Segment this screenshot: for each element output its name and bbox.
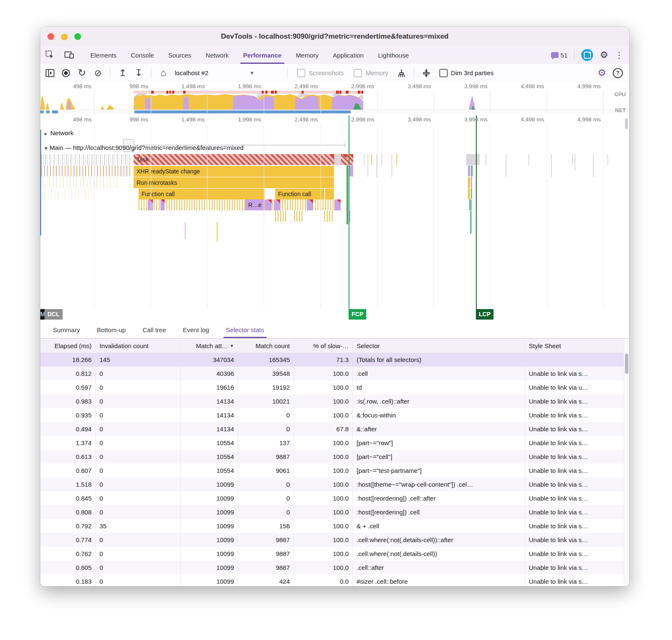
recalc-style-bar[interactable] (349, 165, 353, 176)
collapse-icon[interactable]: ▼ (44, 146, 50, 151)
console-messages-button[interactable]: 51 (551, 52, 568, 59)
dcl-marker-badge[interactable]: DCL (45, 309, 63, 320)
table-cell: 71.3 (294, 353, 353, 367)
screenshots-checkbox[interactable]: Screenshots (297, 69, 344, 77)
record-button[interactable] (60, 67, 72, 79)
table-row[interactable]: 0.9350141340100.0&:focus-withinUnable to… (40, 408, 629, 422)
table-cell: 67.8 (294, 422, 353, 436)
layout-bar[interactable] (334, 199, 341, 210)
dim-3rd-parties-checkbox[interactable]: Dim 3rd parties (439, 69, 494, 77)
table-row[interactable]: 0.6130105549887100.0[part~="cell"]Unable… (40, 450, 629, 464)
layout-bar[interactable] (307, 199, 313, 210)
function-call-bar[interactable]: Function call (139, 188, 265, 199)
inspect-element-icon[interactable] (45, 50, 55, 60)
table-row[interactable]: 0.98301413410021100.0:is(.row, .cell)::a… (40, 394, 629, 408)
gc-broom-icon[interactable] (395, 67, 408, 79)
collapse-tracks-icon[interactable] (420, 67, 433, 79)
panel-tab-event-log[interactable]: Event log (180, 321, 212, 338)
grid-line (207, 125, 207, 309)
table-scrollbar-thumb[interactable] (625, 354, 628, 374)
table-row[interactable]: 18.26614534703416534571.3(Totals for all… (40, 353, 629, 367)
tab-performance[interactable]: Performance (236, 46, 289, 64)
help-icon[interactable]: ? (612, 67, 624, 79)
col-match-count[interactable]: Match count (238, 338, 294, 353)
settings-gear-icon[interactable]: ⚙ (600, 50, 608, 60)
memory-checkbox[interactable]: Memory (354, 69, 388, 77)
device-toolbar-icon[interactable] (64, 50, 75, 60)
panel-tab-bottom-up[interactable]: Bottom-up (94, 321, 128, 338)
ruler-label: 3,498 ms (375, 116, 431, 123)
microtasks-bar[interactable]: Run microtasks (134, 177, 334, 188)
table-row[interactable]: 0.6050100999887100.0.cell::afterUnable t… (40, 561, 629, 574)
tab-memory[interactable]: Memory (289, 46, 326, 64)
tab-elements[interactable]: Elements (83, 46, 124, 64)
col-percent-slow[interactable]: % of slow-… (294, 338, 353, 353)
xhr-bar[interactable]: XHR readyState change (134, 165, 334, 177)
table-row[interactable]: 0.8080100990100.0:host([reordering]) .ce… (40, 505, 629, 519)
table-row[interactable]: 0.7740100999887100.0.cell:where(:not(.de… (40, 533, 629, 547)
activity-tick (528, 154, 529, 165)
table-row[interactable]: 0.6070105549061100.0[part~="test-partnam… (40, 464, 629, 477)
main-track-header[interactable]: ▼Main — http://localhost:9090/grid?metri… (40, 144, 629, 153)
table-row[interactable]: 1.374010554137100.0[part~="row"]Unable t… (40, 436, 629, 450)
clear-recording-button[interactable]: ⊘ (92, 67, 104, 79)
table-row[interactable]: 0.7620100999887100.0.cell:where(:not(.de… (40, 547, 629, 561)
tab-lighthouse[interactable]: Lighthouse (371, 46, 416, 64)
table-row[interactable]: 0.59701961619192100.0tdUnable to link vi… (40, 380, 629, 394)
panel-tab-call-tree[interactable]: Call tree (140, 321, 168, 338)
expand-icon[interactable]: ▸ (45, 131, 50, 136)
network-track[interactable]: ▸Network (40, 126, 629, 139)
table-row[interactable]: 0.81204039639548100.0.cellUnable to link… (40, 367, 629, 380)
target-selector[interactable]: localhost #2 ▼ (175, 69, 280, 76)
ai-assistance-button[interactable]: ✦ (581, 49, 593, 61)
home-icon[interactable]: ⌂ (157, 67, 170, 79)
table-header[interactable]: Elapsed (ms) Invalidation count Match at… (40, 338, 629, 353)
table-row[interactable]: 0.1830100994240.0#sizer .cell::beforeUna… (40, 574, 629, 586)
table-cell: 18.266 (40, 353, 96, 367)
upload-profile-icon[interactable]: ↥ (116, 67, 129, 79)
panel-tab-selector-stats[interactable]: Selector stats (223, 321, 267, 338)
grid-line (490, 90, 491, 114)
tab-console[interactable]: Console (124, 46, 161, 64)
layout-bar[interactable] (160, 199, 165, 210)
download-profile-icon[interactable]: ↧ (132, 67, 145, 79)
table-cell: 0.597 (40, 380, 96, 394)
table-row[interactable]: 1.5180100990100.0:host([theme~="wrap-cel… (40, 477, 629, 491)
col-match-attempts[interactable]: Match att…▼ (181, 338, 238, 353)
task-bar[interactable] (466, 154, 480, 165)
tab-network[interactable]: Network (199, 46, 236, 64)
col-invalidation-count[interactable]: Invalidation count (96, 338, 181, 353)
long-task-mark (265, 91, 268, 94)
timeline-panel[interactable]: ▸Network ▼Main — http://localhost:9090/g… (40, 114, 629, 322)
panel-settings-gear-icon[interactable]: ⚙ (596, 67, 608, 79)
script-bar[interactable] (325, 188, 334, 199)
table-cell: 19616 (181, 380, 238, 394)
function-call-bar[interactable]: Function call (275, 188, 324, 199)
layout-bar[interactable] (274, 199, 280, 210)
timeline-overview[interactable]: CPU NET 498 ms998 ms1,498 ms1,998 ms2,49… (40, 82, 629, 114)
table-scrollbar[interactable] (624, 338, 629, 586)
lcp-marker-badge[interactable]: LCP (476, 309, 494, 320)
more-menu-icon[interactable]: ⋮ (615, 51, 623, 59)
recalc-style-bar[interactable]: R…e (245, 199, 265, 210)
table-row[interactable]: 0.8450100990100.0:host([reordering]) .ce… (40, 491, 629, 505)
tab-sources[interactable]: Sources (161, 46, 199, 64)
table-row[interactable]: 0.7923510099156100.0& + .cellUnable to l… (40, 519, 629, 533)
layout-bar[interactable] (265, 199, 272, 210)
paint-bar[interactable] (346, 165, 348, 224)
col-selector[interactable]: Selector (353, 338, 525, 353)
reload-record-button[interactable]: ↻ (76, 67, 88, 79)
toggle-sidebar-icon[interactable] (44, 67, 56, 79)
col-style-sheet[interactable]: Style Sheet (525, 338, 624, 353)
ruler-label: 4,998 ms (544, 83, 601, 89)
fcp-marker-badge[interactable]: FCP (349, 309, 366, 320)
panel-tab-summary[interactable]: Summary (50, 321, 82, 338)
table-cell: 9887 (238, 547, 294, 561)
col-elapsed[interactable]: Elapsed (ms) (40, 338, 96, 353)
table-cell: 0.605 (40, 561, 96, 574)
table-row[interactable]: 0.494014134067.8&::afterUnable to link v… (40, 422, 629, 436)
ruler-label: 498 ms (40, 116, 92, 123)
grid-line (94, 125, 94, 309)
tab-application[interactable]: Application (326, 46, 371, 64)
timeline-scrollbar-thumb[interactable] (625, 118, 628, 129)
